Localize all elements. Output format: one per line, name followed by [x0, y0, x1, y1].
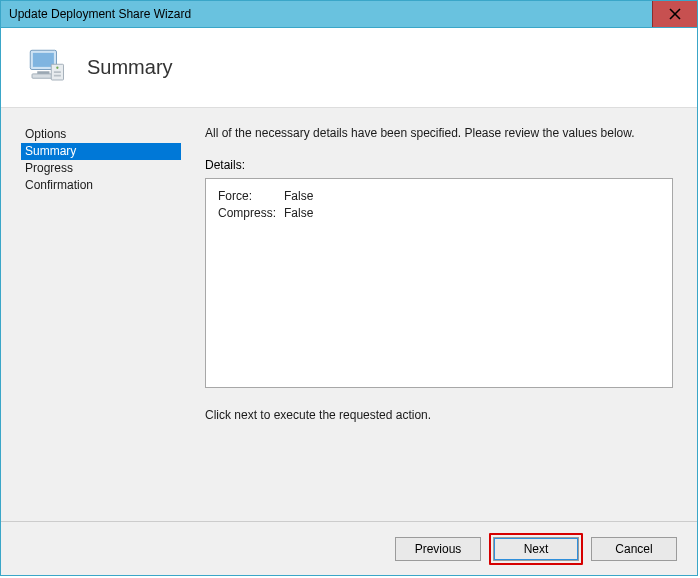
detail-value: False — [284, 189, 321, 206]
step-confirmation[interactable]: Confirmation — [21, 177, 181, 194]
step-summary[interactable]: Summary — [21, 143, 181, 160]
title-bar: Update Deployment Share Wizard — [1, 1, 697, 28]
detail-key: Compress: — [218, 206, 284, 223]
svg-rect-9 — [54, 75, 61, 77]
details-table: Force: False Compress: False — [218, 189, 321, 223]
close-button[interactable] — [652, 1, 697, 27]
table-row: Compress: False — [218, 206, 321, 223]
cancel-button[interactable]: Cancel — [591, 537, 677, 561]
details-label: Details: — [205, 158, 673, 172]
wizard-footer: Previous Next Cancel — [1, 521, 697, 575]
wizard-content: All of the necessary details have been s… — [181, 108, 697, 521]
previous-button[interactable]: Previous — [395, 537, 481, 561]
svg-rect-3 — [33, 53, 54, 67]
svg-point-7 — [56, 67, 58, 69]
wizard-header: Summary — [1, 28, 697, 108]
intro-text: All of the necessary details have been s… — [205, 126, 673, 140]
hint-text: Click next to execute the requested acti… — [205, 408, 673, 422]
table-row: Force: False — [218, 189, 321, 206]
wizard-window: Update Deployment Share Wizard Summary — [0, 0, 698, 576]
details-box[interactable]: Force: False Compress: False — [205, 178, 673, 388]
next-button[interactable]: Next — [493, 537, 579, 561]
computer-icon — [25, 45, 67, 90]
next-highlight: Next — [489, 533, 583, 565]
detail-key: Force: — [218, 189, 284, 206]
page-title: Summary — [87, 56, 173, 79]
svg-rect-8 — [54, 71, 61, 73]
step-sidebar: Options Summary Progress Confirmation — [1, 108, 181, 521]
step-progress[interactable]: Progress — [21, 160, 181, 177]
wizard-body: Options Summary Progress Confirmation Al… — [1, 108, 697, 521]
window-title: Update Deployment Share Wizard — [1, 7, 191, 21]
detail-value: False — [284, 206, 321, 223]
close-icon — [669, 8, 681, 20]
step-options[interactable]: Options — [21, 126, 181, 143]
